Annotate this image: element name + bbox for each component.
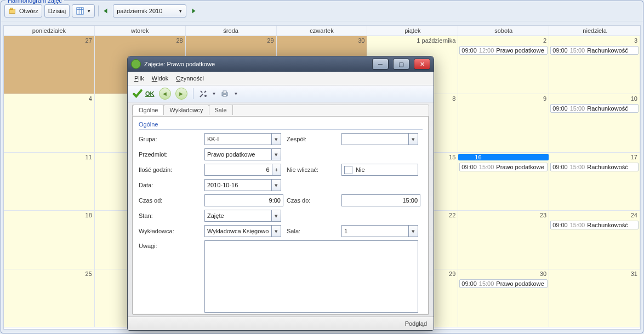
cell-date: 15 bbox=[449, 154, 455, 160]
calendar-event[interactable]: 09:0015:00Rachunkowość bbox=[550, 104, 639, 113]
main-toolbar: Otwórz Dzisiaj ▼ październik 2010 ▼ bbox=[1, 1, 643, 21]
close-button[interactable]: ✕ bbox=[414, 59, 430, 70]
view-picker-button[interactable]: ▼ bbox=[72, 4, 95, 18]
tab-sale[interactable]: Sale bbox=[209, 105, 233, 115]
chevron-down-icon[interactable]: ▾ bbox=[271, 134, 281, 145]
today-button[interactable]: Dzisiaj bbox=[44, 4, 70, 18]
open-button[interactable]: Otwórz bbox=[4, 4, 42, 18]
calendar-cell[interactable]: 2409:0015:00Rachunkowość bbox=[549, 211, 640, 269]
tab-body: Ogólne Grupa: KK-I▾ Zespół: ▾ Przedmiot:… bbox=[133, 116, 429, 314]
calendar-event[interactable]: 09:0015:00Rachunkowość bbox=[550, 163, 639, 171]
label-wykladowca: Wykładowca: bbox=[139, 228, 199, 234]
ok-button[interactable]: OK bbox=[132, 88, 155, 99]
today-label: Dzisiaj bbox=[48, 8, 66, 14]
grupa-combo[interactable]: KK-I▾ bbox=[204, 133, 281, 145]
calendar-cell[interactable]: 9 bbox=[458, 94, 549, 152]
sala-combo[interactable]: 1▾ bbox=[341, 225, 418, 237]
tab-wykladowcy[interactable]: Wykładowcy bbox=[163, 105, 209, 115]
label-uwagi: Uwagi: bbox=[139, 240, 199, 249]
cell-date: 25 bbox=[86, 270, 92, 277]
chevron-down-icon[interactable]: ▾ bbox=[271, 226, 281, 237]
wykladowca-combo[interactable]: Wykładowca Księgowość▾ bbox=[204, 225, 281, 237]
minimize-button[interactable]: ─ bbox=[372, 59, 389, 70]
calendar-cell[interactable]: 25 bbox=[4, 269, 95, 327]
event-end: 15:00 bbox=[479, 280, 494, 287]
calendar-cell[interactable]: 309:0015:00Rachunkowość bbox=[549, 36, 640, 94]
svg-rect-1 bbox=[10, 8, 13, 10]
sala-value: 1 bbox=[344, 228, 347, 234]
uwagi-textarea[interactable] bbox=[204, 240, 418, 313]
tools-icon[interactable] bbox=[199, 89, 208, 98]
cell-date: 27 bbox=[86, 37, 92, 44]
calendar-event[interactable]: 09:0015:00Prawo podatkowe bbox=[459, 279, 548, 288]
tools-caret-icon[interactable]: ▼ bbox=[212, 91, 216, 96]
calendar-cell[interactable]: 1609:0015:00Prawo podatkowe bbox=[458, 153, 549, 211]
weekday-header: sobota bbox=[458, 26, 549, 36]
zespol-combo[interactable]: ▾ bbox=[341, 133, 418, 145]
calendar-cell[interactable]: 18 bbox=[4, 211, 95, 269]
month-select[interactable]: październik 2010 ▼ bbox=[113, 4, 186, 18]
calendar-cell[interactable]: 4 bbox=[4, 94, 95, 152]
chevron-down-icon[interactable]: ▾ bbox=[271, 149, 281, 160]
prev-record-icon[interactable]: ◄ bbox=[159, 88, 171, 100]
cell-date: 4 bbox=[89, 95, 92, 102]
cell-date: 3 bbox=[634, 37, 637, 44]
calendar-cell[interactable]: 3009:0015:00Prawo podatkowe bbox=[458, 269, 549, 327]
calendar-cell[interactable]: 11 bbox=[4, 153, 95, 211]
cell-date: 9 bbox=[543, 95, 546, 102]
dialog-titlebar[interactable]: Zajęcie: Prawo podatkowe ─ ▢ ✕ bbox=[128, 56, 434, 72]
czas-do-input[interactable]: 15:00 bbox=[341, 194, 420, 206]
calendar-cell[interactable]: 209:0012:00Prawo podatkowe bbox=[458, 36, 549, 94]
ilosc-input[interactable]: 6 bbox=[204, 164, 272, 176]
section-title: Ogólne bbox=[139, 120, 423, 130]
chevron-down-icon[interactable]: ▾ bbox=[408, 134, 418, 145]
calendar-cell[interactable]: 1009:0015:00Rachunkowość bbox=[549, 94, 640, 152]
event-name: Prawo podatkowe bbox=[496, 280, 544, 287]
menu-plik[interactable]: Plik bbox=[134, 75, 144, 82]
chevron-down-icon[interactable]: ▾ bbox=[271, 180, 281, 191]
czas-od-input[interactable]: 9:00 bbox=[204, 194, 283, 206]
maximize-button[interactable]: ▢ bbox=[393, 59, 409, 70]
checkbox-icon[interactable] bbox=[344, 166, 352, 174]
calendar-cell[interactable]: 1709:0015:00Rachunkowość bbox=[549, 153, 640, 211]
cell-date: 10 bbox=[631, 95, 637, 102]
print-icon[interactable] bbox=[220, 89, 229, 98]
data-combo[interactable]: 2010-10-16▾ bbox=[204, 179, 281, 191]
calendar-cell[interactable]: 31 bbox=[549, 269, 640, 327]
menu-czynnosci[interactable]: Czynności bbox=[176, 75, 204, 82]
weekday-header: środa bbox=[186, 26, 277, 36]
menu-widok[interactable]: Widok bbox=[152, 75, 169, 82]
svg-rect-2 bbox=[77, 8, 83, 14]
event-name: Rachunkowość bbox=[587, 105, 628, 112]
label-czas-do: Czas do: bbox=[287, 197, 336, 204]
chevron-down-icon[interactable]: ▾ bbox=[408, 226, 418, 237]
calendar-cell[interactable]: 23 bbox=[458, 211, 549, 269]
nie-wliczac-field[interactable]: Nie bbox=[341, 164, 418, 176]
open-icon bbox=[8, 7, 17, 15]
label-zespol: Zespół: bbox=[287, 136, 336, 142]
calendar-event[interactable]: 09:0015:00Prawo podatkowe bbox=[459, 163, 548, 171]
next-record-icon[interactable]: ► bbox=[175, 88, 187, 100]
event-end: 12:00 bbox=[479, 47, 494, 54]
plus-button[interactable]: + bbox=[272, 164, 281, 176]
event-name: Rachunkowość bbox=[587, 47, 628, 54]
stan-combo[interactable]: Zajęte▾ bbox=[204, 210, 281, 222]
event-name: Prawo podatkowe bbox=[496, 47, 544, 54]
next-month-icon[interactable] bbox=[189, 7, 197, 15]
calendar-cell[interactable]: 27 bbox=[4, 36, 95, 94]
weekday-header: niedziela bbox=[549, 26, 640, 36]
calendar-event[interactable]: 09:0015:00Rachunkowość bbox=[550, 46, 639, 55]
grupa-value: KK-I bbox=[207, 136, 219, 142]
cell-date: 24 bbox=[631, 212, 637, 218]
print-caret-icon[interactable]: ▼ bbox=[233, 91, 238, 96]
chevron-down-icon[interactable]: ▾ bbox=[271, 210, 281, 221]
prev-month-icon[interactable] bbox=[102, 7, 111, 15]
event-name: Rachunkowość bbox=[587, 222, 628, 228]
check-icon bbox=[132, 88, 143, 99]
przedmiot-combo[interactable]: Prawo podatkowe▾ bbox=[204, 148, 281, 160]
tab-ogolne[interactable]: Ogólne bbox=[133, 105, 164, 115]
calendar-event[interactable]: 09:0015:00Rachunkowość bbox=[550, 221, 639, 229]
cell-date: 18 bbox=[86, 212, 92, 218]
calendar-event[interactable]: 09:0012:00Prawo podatkowe bbox=[459, 46, 548, 55]
ok-label: OK bbox=[145, 90, 155, 97]
